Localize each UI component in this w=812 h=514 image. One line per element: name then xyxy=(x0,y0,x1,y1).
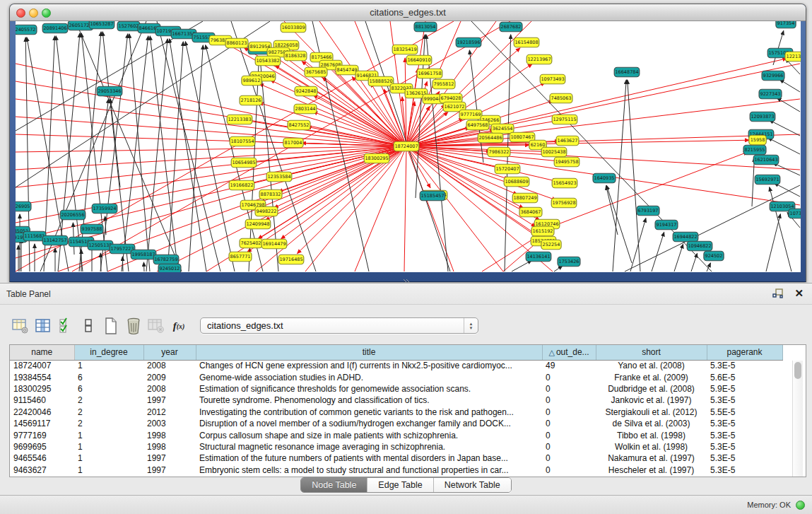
column-header-year[interactable]: year xyxy=(143,345,196,360)
graph-node[interactable]: 1527602 xyxy=(117,21,140,31)
table-row[interactable]: 1872400712008Changes of HCN gene express… xyxy=(10,360,782,371)
graph-node[interactable]: 20564486 xyxy=(478,133,503,143)
graph-node[interactable]: 252254 xyxy=(541,240,561,250)
table-scrollbar[interactable] xyxy=(792,361,803,477)
graph-node[interactable]: 16154808 xyxy=(514,37,539,47)
graph-node[interactable]: 10688609 xyxy=(504,177,529,187)
graph-node[interactable]: 9194317 xyxy=(655,220,678,230)
graph-node[interactable]: 8860123 xyxy=(225,38,248,48)
graph-node[interactable]: 13142757 xyxy=(42,235,68,245)
new-file-icon[interactable] xyxy=(100,315,122,337)
table-row[interactable]: 1830029562008Estimation of significance … xyxy=(10,383,782,395)
graph-node[interactable]: 19495758 xyxy=(554,157,579,167)
graph-node[interactable]: 3624554 xyxy=(491,124,514,134)
table-row[interactable]: 911546021997Tourette syndrome. Phenomeno… xyxy=(10,395,782,406)
table-row[interactable]: 1456911722003Disruption of a novel membe… xyxy=(10,418,782,429)
graph-node[interactable]: 9242848 xyxy=(295,86,317,96)
graph-node[interactable]: 15692971 xyxy=(755,175,780,185)
graph-node[interactable]: 989612 xyxy=(242,76,261,86)
table-row[interactable]: 2242004622012Investigating the contribut… xyxy=(10,407,782,418)
column-header-out_degree[interactable]: △out_de... xyxy=(542,345,596,360)
graph-node[interactable]: 1615192 xyxy=(531,226,554,236)
graph-node[interactable]: 18300295 xyxy=(364,153,389,163)
delete-trash-icon[interactable] xyxy=(123,315,144,337)
table-row[interactable]: 1938455462009Genome-wide association stu… xyxy=(10,371,782,382)
tab-network-table[interactable]: Network Table xyxy=(434,478,511,492)
graph-node[interactable]: 8878332 xyxy=(259,189,282,199)
graph-node[interactable]: 15958 xyxy=(749,135,767,145)
table-settings-icon[interactable] xyxy=(10,315,31,337)
graph-node[interactable]: 8215955 xyxy=(743,145,766,155)
graph-node[interactable]: 19166822 xyxy=(229,180,254,190)
graph-node[interactable]: 3684067 xyxy=(519,207,542,217)
graph-node[interactable]: 9227343 xyxy=(759,89,782,99)
graph-node[interactable]: 8657771 xyxy=(229,252,252,262)
graph-node[interactable]: 6793197 xyxy=(637,206,659,216)
graph-node[interactable]: 16944822 xyxy=(673,232,698,242)
graph-node[interactable]: 7485063 xyxy=(550,93,572,103)
column-header-pagerank[interactable]: pagerank xyxy=(707,345,782,360)
graph-node[interactable]: 12505135 xyxy=(88,240,113,250)
function-icon[interactable]: f(x) xyxy=(168,315,189,337)
table-scrollbar-thumb[interactable] xyxy=(794,362,801,379)
graph-node[interactable]: 7986322 xyxy=(488,147,510,157)
graph-node[interactable]: 16640910 xyxy=(406,55,432,65)
graph-node[interactable]: 2687682 xyxy=(500,22,522,32)
graph-node[interactable]: 16648784 xyxy=(614,67,640,77)
graph-node[interactable]: 19716485 xyxy=(278,255,304,264)
graph-node[interactable]: 10653287 xyxy=(89,21,114,29)
graph-node[interactable]: 10973493 xyxy=(540,74,565,84)
graph-node[interactable]: 1463627 xyxy=(556,136,579,146)
graph-node[interactable]: 9498222 xyxy=(255,206,278,216)
graph-node[interactable]: 3675685 xyxy=(305,67,327,77)
graph-node[interactable]: 19218596 xyxy=(456,37,481,47)
graph-node[interactable]: 2405572 xyxy=(16,25,37,35)
graph-node[interactable]: 14136141 xyxy=(526,252,551,262)
graph-node[interactable]: 917354 xyxy=(776,21,796,28)
tab-node-table[interactable]: Node Table xyxy=(301,478,367,492)
graph-node[interactable]: 9397588 xyxy=(81,224,103,234)
graph-node[interactable]: 924502 xyxy=(704,251,724,261)
graph-node[interactable]: 15654923 xyxy=(552,178,577,188)
graph-node[interactable]: 12353584 xyxy=(266,172,292,182)
window-titlebar[interactable]: citations_edges.txt xyxy=(10,4,806,21)
graph-node[interactable]: 16033809 xyxy=(281,23,306,33)
graph-node[interactable]: 9245012 xyxy=(158,264,181,272)
graph-node[interactable]: 122139 xyxy=(785,52,801,62)
graph-node[interactable]: 16961758 xyxy=(417,69,442,78)
graph-node[interactable]: 12093873 xyxy=(750,112,775,122)
graph-node[interactable]: 12213967 xyxy=(526,54,552,64)
graph-node[interactable]: 7625402 xyxy=(240,238,262,248)
close-panel-icon[interactable]: ✕ xyxy=(794,287,804,300)
column-header-name[interactable]: name xyxy=(10,345,74,360)
graph-node[interactable]: 1753426 xyxy=(558,257,580,267)
graph-node[interactable]: 8186328 xyxy=(284,51,307,61)
column-header-in_degree[interactable]: in_degree xyxy=(74,345,143,360)
graph-node[interactable]: 16210643 xyxy=(753,155,779,165)
graph-node[interactable]: 16782759 xyxy=(153,255,179,264)
graph-node[interactable]: 19756928 xyxy=(551,198,577,208)
graph-node[interactable]: 10946822 xyxy=(687,241,712,251)
graph-node[interactable]: 10025438 xyxy=(541,147,567,157)
graph-node[interactable]: 1640935 xyxy=(593,173,616,183)
graph-node[interactable]: 10654985 xyxy=(231,158,257,168)
tab-edge-table[interactable]: Edge Table xyxy=(367,478,433,492)
table-row[interactable]: 977716911998Corpus callosum shape and si… xyxy=(10,429,782,440)
graph-node[interactable]: 19958187 xyxy=(131,250,156,259)
graph-node[interactable]: 2718126 xyxy=(240,95,262,105)
graph-node[interactable]: 8427552 xyxy=(288,120,310,130)
graph-node[interactable]: 10543382 xyxy=(255,56,281,66)
graph-node[interactable]: 18107554 xyxy=(230,136,255,146)
column-header-short[interactable]: short xyxy=(596,345,707,360)
graph-node[interactable]: 6497568 xyxy=(466,120,489,130)
graph-node[interactable]: 817004 xyxy=(283,138,303,148)
graph-node[interactable]: 17359924 xyxy=(92,204,117,214)
graph-node[interactable]: 2526905 xyxy=(16,201,31,211)
table-row[interactable]: 969969511998Structural magnetic resonanc… xyxy=(10,441,782,452)
graph-node[interactable]: 18807249 xyxy=(512,193,538,203)
graph-node[interactable]: 7955812 xyxy=(433,79,455,89)
graph-node[interactable]: 20206556 xyxy=(60,210,86,220)
graph-node[interactable]: 20891406 xyxy=(42,23,68,33)
graph-node[interactable]: 15720407 xyxy=(495,164,520,174)
graph-node[interactable]: 15185457 xyxy=(420,191,445,201)
